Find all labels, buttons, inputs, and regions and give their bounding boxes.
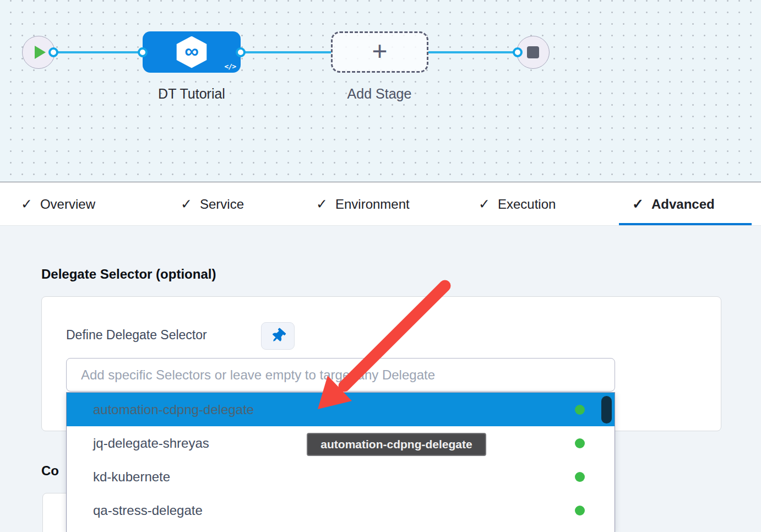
status-dot-green-icon (575, 506, 585, 515)
add-stage-label: Add Stage (319, 86, 440, 102)
tab-environment[interactable]: ✓ Environment (316, 182, 410, 226)
harness-cd-hexagon-icon: ∞ (175, 36, 209, 68)
pipeline-edge (241, 51, 332, 53)
pipeline-studio-page: ∞ </> DT Tutorial + Add Stage ✓ Overview… (0, 0, 761, 532)
connector-port (48, 47, 58, 57)
add-stage-button[interactable]: + (331, 31, 428, 73)
connector-port (513, 47, 523, 57)
tab-overview[interactable]: ✓ Overview (21, 182, 95, 226)
dropdown-item-qa-stress-delegate[interactable]: qa-stress-delegate (67, 493, 615, 527)
status-dot-green-icon (575, 438, 585, 448)
plus-icon: + (372, 39, 387, 63)
check-icon: ✓ (181, 196, 192, 212)
pipeline-canvas[interactable]: ∞ </> DT Tutorial + Add Stage (0, 0, 761, 182)
check-icon: ✓ (479, 196, 490, 212)
pin-button[interactable] (261, 322, 295, 350)
code-icon: </> (225, 62, 236, 70)
status-dot-green-icon (575, 472, 585, 482)
dropdown-item-label: kd-kubernete (93, 469, 170, 485)
stage-tabbar: ✓ Overview ✓ Service ✓ Environment ✓ Exe… (0, 182, 761, 226)
dropdown-item-automation-cdpng-delegate[interactable]: automation-cdpng-delegate (67, 393, 615, 426)
next-section-heading-partial: Co (41, 463, 59, 479)
delegate-dropdown-menu: automation-cdpng-delegate jq-delegate-sh… (66, 392, 615, 532)
dropdown-item-label: automation-cdpng-delegate (93, 402, 254, 417)
dropdown-scrollbar-thumb[interactable] (601, 396, 612, 424)
status-dot-green-icon (575, 405, 585, 415)
stage-node-dt-tutorial[interactable]: ∞ </> (143, 31, 241, 73)
check-icon: ✓ (632, 196, 644, 212)
tab-label: Execution (498, 197, 556, 212)
dropdown-item-kd-kubernete[interactable]: kd-kubernete (67, 460, 615, 493)
stop-icon (527, 46, 539, 58)
play-icon (35, 46, 46, 59)
tab-label: Environment (335, 197, 410, 212)
check-icon: ✓ (21, 196, 32, 212)
pipeline-edge (55, 51, 144, 53)
define-delegate-selector-label: Define Delegate Selector (66, 328, 207, 343)
stage-node-label: DT Tutorial (131, 86, 252, 102)
infinity-glyph: ∞ (184, 41, 199, 61)
tab-label: Advanced (651, 197, 715, 212)
delegate-tooltip: automation-cdpng-delegate (307, 433, 486, 456)
dropdown-item-label: jq-delegate-shreyas (93, 436, 209, 451)
pin-icon (269, 327, 287, 345)
tab-advanced[interactable]: ✓ Advanced (632, 182, 715, 226)
connector-port (236, 47, 246, 57)
dropdown-item-label: qa-stress-delegate (93, 503, 203, 518)
tab-label: Service (200, 197, 244, 212)
tooltip-text: automation-cdpng-delegate (320, 438, 472, 451)
check-icon: ✓ (316, 196, 328, 212)
delegate-selector-heading: Delegate Selector (optional) (41, 267, 216, 282)
pipeline-edge (428, 51, 519, 53)
tab-execution[interactable]: ✓ Execution (479, 182, 556, 226)
delegate-selector-input[interactable] (66, 358, 615, 392)
tab-service[interactable]: ✓ Service (181, 182, 244, 226)
active-tab-underline (619, 223, 752, 225)
tab-label: Overview (40, 197, 95, 212)
connector-port (138, 47, 148, 57)
